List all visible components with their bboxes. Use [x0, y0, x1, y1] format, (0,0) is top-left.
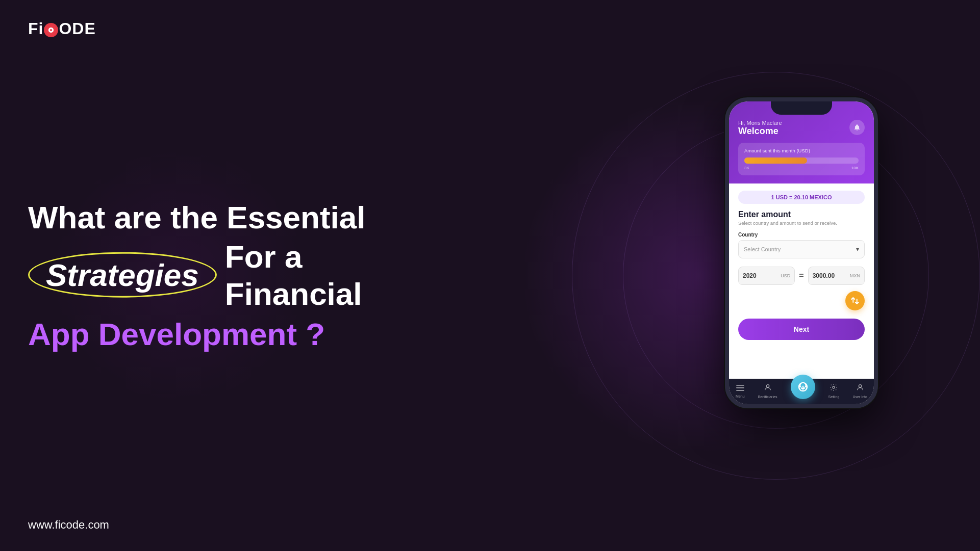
progress-bar-fill: [744, 158, 807, 164]
strategies-wrapper: Strategies For a Financial: [28, 238, 395, 312]
nav-center-button[interactable]: $: [791, 375, 815, 399]
nav-item-beneficiaries[interactable]: Benificiaries: [758, 383, 777, 399]
nav-item-menu[interactable]: Menu: [736, 384, 745, 398]
beneficiaries-icon: [764, 383, 772, 393]
to-amount-input[interactable]: 3000.00 MXN: [808, 267, 865, 285]
enter-amount-subtitle: Select country and amount to send or rec…: [738, 220, 865, 226]
svg-point-5: [833, 386, 835, 388]
nav-item-userinfo[interactable]: User Info: [852, 383, 867, 399]
conversion-row: 2020 USD = 3000.00 MXN: [738, 267, 865, 285]
strategies-text: Strategies: [28, 252, 217, 298]
userinfo-label: User Info: [852, 395, 867, 399]
next-button-label: Next: [794, 325, 809, 333]
rate-pill: 1 USD = 20.10 MEXICO: [738, 191, 865, 204]
country-label: Country: [738, 232, 865, 238]
enter-amount-section: Enter amount Select country and amount t…: [738, 210, 865, 226]
amount-card-title: Amount sent this month (USD): [744, 148, 859, 153]
from-amount-input[interactable]: 2020 USD: [738, 267, 795, 285]
from-value: 2020: [743, 272, 778, 279]
settings-label: Setting: [828, 395, 840, 399]
country-select[interactable]: Select Country ▾: [738, 240, 865, 258]
logo-text: FiODE: [28, 19, 96, 38]
equals-sign: =: [799, 271, 803, 280]
svg-rect-2: [736, 390, 744, 391]
bell-icon: [853, 124, 861, 131]
settings-icon: [830, 383, 838, 393]
progress-bar: [744, 158, 859, 164]
to-value: 3000.00: [813, 272, 848, 279]
next-button[interactable]: Next: [738, 319, 865, 340]
chevron-down-icon: ▾: [856, 246, 859, 253]
svg-text:$: $: [801, 384, 804, 389]
exchange-icon: [850, 296, 860, 305]
userinfo-icon: [856, 383, 864, 393]
svg-rect-1: [736, 387, 744, 388]
bottom-nav: Menu Benificiaries $: [729, 379, 874, 404]
phone-screen: Hi, Moris Maclare Welcome Amount sent th…: [729, 101, 874, 404]
country-section: Country Select Country ▾: [738, 232, 865, 258]
greeting-text: Hi, Moris Maclare: [738, 120, 865, 126]
logo: FiODE: [28, 19, 96, 38]
menu-icon: [736, 384, 744, 393]
phone-device: Hi, Moris Maclare Welcome Amount sent th…: [725, 97, 878, 408]
svg-rect-0: [736, 385, 744, 386]
progress-end: 10K: [851, 166, 859, 170]
headline-line1: What are the Essential: [28, 198, 395, 235]
nav-item-settings[interactable]: Setting: [828, 383, 840, 399]
menu-label: Menu: [736, 395, 745, 398]
notifications-button[interactable]: [849, 120, 865, 135]
amount-card: Amount sent this month (USD) 3K 10K: [738, 143, 865, 175]
svg-point-3: [766, 384, 769, 387]
progress-labels: 3K 10K: [744, 166, 859, 170]
beneficiaries-label: Benificiaries: [758, 395, 777, 399]
logo-icon: [44, 23, 58, 37]
content-area: What are the Essential Strategies For a …: [28, 198, 395, 353]
headline-line2: For a Financial: [225, 238, 395, 312]
to-currency: MXN: [850, 273, 860, 278]
svg-point-6: [859, 384, 861, 387]
footer-url: www.ficode.com: [28, 518, 109, 532]
from-currency: USD: [781, 273, 790, 278]
dollar-icon: $: [797, 381, 809, 392]
progress-start: 3K: [744, 166, 749, 170]
country-placeholder: Select Country: [744, 246, 781, 252]
exchange-button[interactable]: [845, 291, 865, 310]
enter-amount-title: Enter amount: [738, 210, 865, 219]
headline-line3: App Development ?: [28, 316, 395, 353]
welcome-text: Welcome: [738, 126, 865, 137]
app-main-content: 1 USD = 20.10 MEXICO Enter amount Select…: [729, 183, 874, 379]
phone-container: Hi, Moris Maclare Welcome Amount sent th…: [725, 97, 898, 454]
phone-notch: [771, 101, 832, 115]
